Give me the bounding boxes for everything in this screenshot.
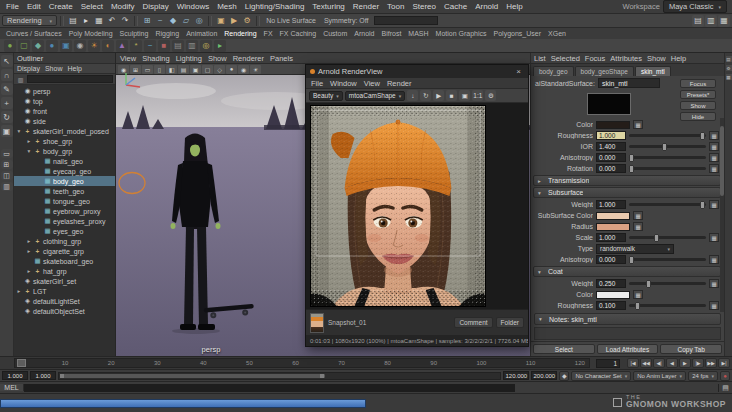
map-texture-icon[interactable]: ▦ [633, 290, 643, 299]
color-swatch[interactable] [596, 291, 630, 299]
shelf-icon[interactable]: * [130, 40, 142, 52]
side-button[interactable]: Show [680, 101, 716, 110]
menu-item[interactable]: Display [139, 2, 173, 11]
shelf-tab[interactable]: Rigging [155, 30, 179, 37]
node-tab[interactable]: skin_mtl [635, 66, 671, 76]
slider-track[interactable] [629, 282, 706, 285]
outliner-item[interactable]: ▦ teeth_geo [14, 186, 115, 196]
slider-handle[interactable] [700, 201, 705, 209]
shelf-tab[interactable]: Custom [323, 30, 347, 37]
map-texture-icon[interactable]: ▦ [709, 131, 719, 140]
playback-range-bar[interactable] [60, 374, 325, 378]
shelf-icon[interactable]: ● [4, 40, 16, 52]
menu-item[interactable]: Create [45, 2, 77, 11]
attribute-editor-menu-item[interactable]: Show [647, 54, 666, 63]
outliner-item[interactable]: ▦ nails_geo [14, 156, 115, 166]
renderview-menu-item[interactable]: Render [387, 79, 412, 88]
renderview-toolbar-icon[interactable]: ↓ [407, 90, 418, 101]
playback-button[interactable]: |▶ [692, 358, 704, 368]
slider-track[interactable] [629, 145, 706, 148]
map-texture-icon[interactable]: ▦ [709, 233, 719, 242]
folder-button[interactable]: Folder [496, 317, 524, 328]
type-dropdown[interactable]: randomwalk [596, 244, 674, 254]
current-frame-marker[interactable] [17, 359, 26, 367]
slider-track[interactable] [629, 203, 706, 206]
layout-icon[interactable]: ⊞ [1, 160, 13, 169]
outliner-item[interactable]: ▦ skateboard_geo [14, 256, 115, 266]
command-input[interactable] [24, 384, 515, 392]
slider-handle[interactable] [654, 234, 659, 242]
outliner-item[interactable]: ▾ + body_grp [14, 146, 115, 156]
notes-text-area[interactable] [534, 327, 721, 340]
status-divider[interactable] [60, 16, 64, 26]
shelf-tab[interactable]: Curves / Surfaces [6, 30, 62, 37]
shelf-icon[interactable]: ▢ [18, 40, 30, 52]
outliner-item[interactable]: ◈ skaterGirl_set [14, 276, 115, 286]
status-divider[interactable] [134, 16, 138, 26]
map-texture-icon[interactable]: ▦ [633, 222, 643, 231]
status-icon[interactable]: ▤ [67, 15, 79, 27]
value-field[interactable]: 1.000 [596, 200, 626, 209]
renderview-menu-item[interactable]: Window [330, 79, 357, 88]
layout-icon[interactable]: ▥ [1, 182, 13, 191]
menu-set-dropdown[interactable]: Rendering [2, 15, 57, 26]
workspace-dropdown[interactable]: Maya Classic [663, 0, 727, 13]
playback-button[interactable]: ▶▶ [705, 358, 717, 368]
no-live-surface-label[interactable]: No Live Surface [263, 17, 319, 24]
attribute-editor-menu-item[interactable]: Focus [585, 54, 605, 63]
symmetry-label[interactable]: Symmetry: Off [321, 17, 372, 24]
value-field[interactable]: 0.000 [596, 153, 626, 162]
viewport-menu-item[interactable]: Panels [270, 54, 293, 63]
filter-icon[interactable]: ▥ [16, 75, 25, 84]
status-divider[interactable] [256, 16, 260, 26]
slider-handle[interactable] [635, 302, 640, 310]
outliner-item[interactable]: ▦ eyebrow_proxy [14, 206, 115, 216]
footer-button[interactable]: Select [533, 344, 595, 354]
menu-item[interactable]: Edit [23, 2, 45, 11]
side-button[interactable]: Focus [680, 79, 716, 88]
node-tab[interactable]: body_geoShape [575, 66, 634, 76]
status-icon[interactable]: ⊞ [141, 15, 153, 27]
color-swatch[interactable] [596, 223, 630, 231]
character-set-dropdown[interactable]: No Character Set [571, 371, 631, 381]
shelf-icon[interactable]: ☀ [88, 40, 100, 52]
viewport-menu-item[interactable]: Lighting [176, 54, 202, 63]
map-texture-icon[interactable]: ▦ [633, 211, 643, 220]
outliner-item[interactable]: ▦ eyelashes_proxy [14, 216, 115, 226]
expand-arrow-icon[interactable]: ▸ [26, 248, 32, 254]
slider-track[interactable] [629, 236, 706, 239]
shelf-tab[interactable]: Animation [186, 30, 217, 37]
menu-item[interactable]: Arnold [471, 2, 502, 11]
renderview-toolbar-icon[interactable]: ▣ [459, 90, 470, 101]
menu-item[interactable]: Render [349, 2, 383, 11]
status-icon[interactable]: ▱ [180, 15, 192, 27]
status-icon[interactable]: ↷ [119, 15, 131, 27]
slider-handle[interactable] [700, 132, 705, 140]
layout-icon[interactable]: ◫ [1, 171, 13, 180]
shelf-icon[interactable]: ▤ [172, 40, 184, 52]
value-field[interactable]: 1.000 [596, 233, 626, 242]
map-texture-icon[interactable]: ▦ [709, 255, 719, 264]
sidebar-toggle-icon[interactable]: ▥ [705, 15, 717, 27]
attribute-editor-menu-item[interactable]: Selected [551, 54, 580, 63]
outliner-item[interactable]: ▦ eyecap_geo [14, 166, 115, 176]
render-image[interactable] [310, 105, 486, 307]
slider-handle[interactable] [629, 165, 634, 173]
color-swatch[interactable] [596, 121, 630, 129]
slider-track[interactable] [629, 134, 706, 137]
anim-layer-dropdown[interactable]: No Anim Layer [633, 371, 686, 381]
set-key-icon[interactable]: ◆ [559, 371, 569, 381]
outliner-item[interactable]: ▸ + shoe_grp [14, 136, 115, 146]
shelf-icon[interactable]: ▣ [60, 40, 72, 52]
map-texture-icon[interactable]: ▦ [709, 301, 719, 310]
dock-tab-icon[interactable]: ▦ [726, 74, 732, 80]
renderview-toolbar-icon[interactable]: 1:1 [472, 90, 483, 101]
attribute-editor-menu-item[interactable]: List [534, 54, 546, 63]
menu-item[interactable]: Modify [107, 2, 139, 11]
menu-item[interactable]: Texturing [308, 2, 348, 11]
node-name-field[interactable]: skin_mtl [598, 78, 660, 88]
comment-button[interactable]: Comment [454, 317, 492, 328]
shelf-tab[interactable]: Arnold [354, 30, 374, 37]
shelf-tab[interactable]: Poly Modeling [69, 30, 113, 37]
map-texture-icon[interactable]: ▦ [709, 153, 719, 162]
